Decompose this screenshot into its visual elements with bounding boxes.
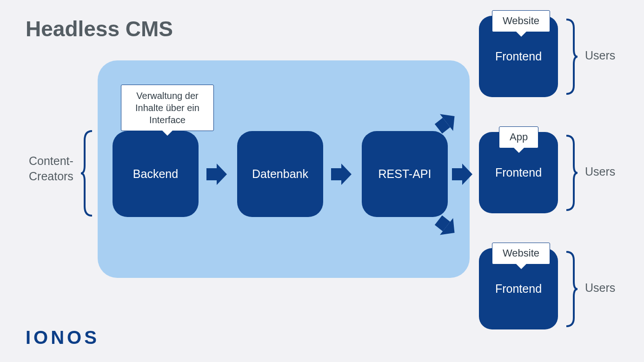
frontend-callout: Website bbox=[492, 10, 550, 32]
frontend-callout: App bbox=[499, 126, 538, 148]
api-box: REST-API bbox=[362, 131, 448, 217]
users-label: Users bbox=[585, 49, 615, 62]
frontend-label: Frontend bbox=[495, 282, 542, 296]
content-creators-label: Content- Creators bbox=[29, 153, 73, 184]
database-label: Datenbank bbox=[252, 167, 308, 181]
arrow-right-icon bbox=[206, 164, 228, 185]
brace-right-icon bbox=[563, 250, 579, 328]
arrow-right-icon bbox=[452, 164, 473, 185]
diagram-title: Headless CMS bbox=[26, 16, 173, 41]
backend-label: Backend bbox=[133, 167, 178, 181]
brace-right-icon bbox=[563, 134, 579, 212]
arrow-right-icon bbox=[331, 164, 352, 185]
users-label: Users bbox=[585, 281, 615, 295]
frontend-callout: Website bbox=[492, 243, 550, 264]
frontend-label: Frontend bbox=[495, 50, 542, 63]
brand-logo: IONOS bbox=[26, 327, 100, 348]
backend-box: Backend bbox=[113, 131, 199, 217]
backend-callout: Verwaltung der Inhalte über ein Interfac… bbox=[121, 85, 214, 131]
frontend-label: Frontend bbox=[495, 166, 542, 179]
users-label: Users bbox=[585, 165, 615, 178]
api-label: REST-API bbox=[378, 167, 432, 181]
brace-left-icon bbox=[79, 129, 96, 217]
database-box: Datenbank bbox=[237, 131, 323, 217]
brace-right-icon bbox=[563, 18, 579, 96]
